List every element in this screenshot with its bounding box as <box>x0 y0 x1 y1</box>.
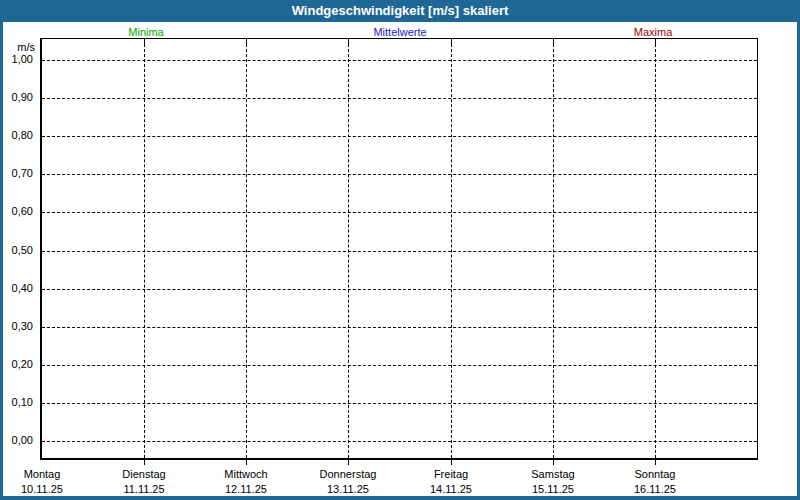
x-axis-label: Mittwoch12.11.25 <box>194 468 298 495</box>
x-day-label: Freitag <box>399 468 503 480</box>
x-axis-label: Donnerstag13.11.25 <box>296 468 400 495</box>
x-axis-label: Montag10.11.25 <box>0 468 94 495</box>
x-day-label: Samstag <box>501 468 605 480</box>
x-axis-label: Sonntag16.11.25 <box>603 468 707 495</box>
chart-window: Windgeschwindigkeit [m/s] skaliert Minim… <box>0 0 800 500</box>
x-date-label: 11.11.25 <box>92 483 196 495</box>
x-day-label: Mittwoch <box>194 468 298 480</box>
x-day-label: Donnerstag <box>296 468 400 480</box>
x-date-label: 14.11.25 <box>399 483 503 495</box>
x-axis-label: Freitag14.11.25 <box>399 468 503 495</box>
x-date-label: 16.11.25 <box>603 483 707 495</box>
x-date-label: 12.11.25 <box>194 483 298 495</box>
x-date-label: 15.11.25 <box>501 483 605 495</box>
x-axis-label: Dienstag11.11.25 <box>92 468 196 495</box>
x-date-label: 13.11.25 <box>296 483 400 495</box>
x-axis-labels: Montag10.11.25Dienstag11.11.25Mittwoch12… <box>0 0 800 500</box>
x-day-label: Dienstag <box>92 468 196 480</box>
x-day-label: Sonntag <box>603 468 707 480</box>
x-day-label: Montag <box>0 468 94 480</box>
x-date-label: 10.11.25 <box>0 483 94 495</box>
x-axis-label: Samstag15.11.25 <box>501 468 605 495</box>
